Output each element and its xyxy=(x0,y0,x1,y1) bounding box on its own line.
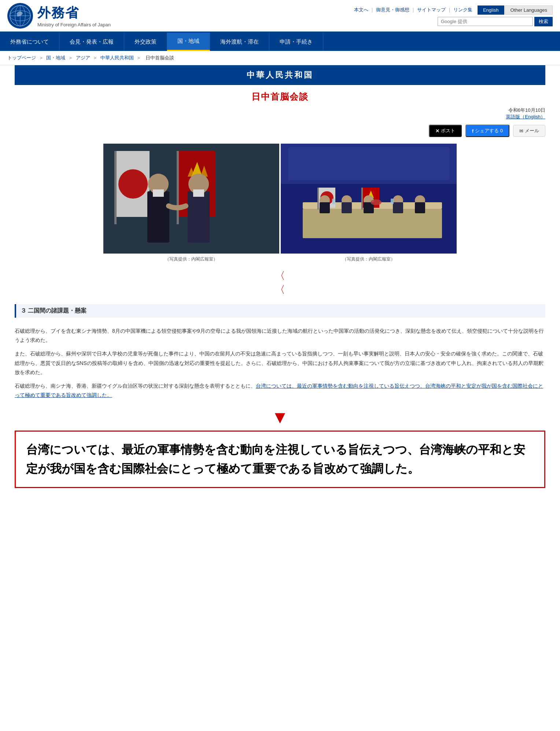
photo-right-image xyxy=(281,144,457,254)
header-right: 本文へ ｜ 御意見・御感想 ｜ サイトマップ ｜ リンク集 English Ot… xyxy=(354,5,553,26)
photo-left-image xyxy=(103,144,279,254)
nav-item-region[interactable]: 国・地域 xyxy=(167,33,210,51)
highlight-taiwan: 台湾については、最近の軍事情勢を含む動向を注視している旨伝えつつ、台湾海峡の平和… xyxy=(15,383,543,398)
divider-swirl: 〈 〈 xyxy=(0,267,560,298)
logo-emblem xyxy=(7,3,33,29)
breadcrumb-asia[interactable]: アジア xyxy=(76,55,90,60)
breadcrumb-current: 日中首脳会談 xyxy=(145,55,174,60)
nav-item-travel[interactable]: 海外渡航・滞在 xyxy=(210,33,269,51)
share-button[interactable]: f シェアする 0 xyxy=(465,125,509,137)
fb-icon: f xyxy=(472,128,474,134)
logo-en: Ministry of Foreign Affairs of Japan xyxy=(37,22,111,27)
lang-other-button[interactable]: Other Languages xyxy=(505,5,553,15)
breadcrumb-region[interactable]: 国・地域 xyxy=(46,55,65,60)
link-goiken[interactable]: 御意見・御感想 xyxy=(376,7,409,13)
nav-item-press[interactable]: 会見・発表・広報 xyxy=(59,33,124,51)
header-top-links: 本文へ ｜ 御意見・御感想 ｜ サイトマップ ｜ リンク集 English Ot… xyxy=(354,5,553,15)
logo-svg xyxy=(9,5,31,27)
page-title: 日中首脳会談 xyxy=(7,91,553,103)
english-link[interactable]: 英語版（English） xyxy=(506,114,545,119)
link-sitemap[interactable]: サイトマップ xyxy=(417,7,446,13)
nav-bar: 外務省について 会見・発表・広報 外交政策 国・地域 海外渡航・滞在 申請・手続… xyxy=(0,33,560,51)
photo-left-box: （写真提供：内閣広報室） xyxy=(103,144,279,264)
section-heading-text: ３ 二国間の諸課題・懸案 xyxy=(21,307,86,314)
photos-row: （写真提供：内閣広報室） xyxy=(0,140,560,267)
red-arrow: ▼ xyxy=(0,407,560,428)
photo-left-caption: （写真提供：内閣広報室） xyxy=(103,255,279,264)
header: 外務省 Ministry of Foreign Affairs of Japan… xyxy=(0,0,560,33)
breadcrumb: トップページ ＞ 国・地域 ＞ アジア ＞ 中華人民共和国 ＞ 日中首脳会談 xyxy=(0,51,560,65)
lang-buttons: English Other Languages xyxy=(478,5,553,15)
search-input[interactable] xyxy=(438,17,533,26)
mail-label: メール xyxy=(525,128,539,134)
search-button[interactable]: 検索 xyxy=(534,17,553,26)
nav-item-ministry[interactable]: 外務省について xyxy=(0,33,59,51)
post-button[interactable]: ✕ ポスト xyxy=(429,125,462,137)
header-left: 外務省 Ministry of Foreign Affairs of Japan xyxy=(7,3,111,29)
link-rinkushu[interactable]: リンク集 xyxy=(453,7,472,13)
breadcrumb-china[interactable]: 中華人民共和国 xyxy=(100,55,134,60)
photo-right-box: （写真提供：内閣広報室） xyxy=(281,144,457,264)
country-title: 中華人民共和国 xyxy=(19,70,541,81)
link-honbun[interactable]: 本文へ xyxy=(354,7,368,13)
nav-item-policy[interactable]: 外交政策 xyxy=(124,33,167,51)
photo-right-caption: （写真提供：内閣広報室） xyxy=(281,255,457,264)
body-paragraph-2: また、石破総理から、蘇州や深圳で日本人学校の児童等が死傷した事件により、中国の在… xyxy=(15,349,545,377)
mail-button[interactable]: ✉ メール xyxy=(513,125,545,137)
body-paragraph-1: 石破総理から、ブイを含む東シナ海情勢、8月の中国軍機による領空侵犯事案や9月の空… xyxy=(15,326,545,345)
body-paragraph-3: 石破総理から、南シナ海、香港、新疆ウイグル自治区等の状況に対する深刻な懸念を表明… xyxy=(15,381,545,400)
callout-box: 台湾については、最近の軍事情勢を含む動向を注視している旨伝えつつ、台湾海峡の平和… xyxy=(15,431,545,488)
country-section: 中華人民共和国 xyxy=(7,65,553,85)
page-title-section: 日中首脳会談 xyxy=(0,85,560,106)
post-label: ポスト xyxy=(441,128,455,134)
logo-text: 外務省 Ministry of Foreign Affairs of Japan xyxy=(37,4,111,27)
logo-kanji: 外務省 xyxy=(37,4,111,22)
date-text: 令和6年10月10日 xyxy=(508,107,545,113)
country-title-bar: 中華人民共和国 xyxy=(15,65,545,85)
svg-rect-46 xyxy=(281,144,457,254)
share-label: シェアする 0 xyxy=(475,128,503,134)
search-row: 検索 xyxy=(438,17,553,26)
nav-item-apply[interactable]: 申請・手続き xyxy=(269,33,323,51)
lang-english-button[interactable]: English xyxy=(478,5,504,15)
breadcrumb-top[interactable]: トップページ xyxy=(7,55,36,60)
svg-rect-21 xyxy=(103,144,279,254)
callout-text: 台湾については、最近の軍事情勢を含む動向を注視している旨伝えつつ、台湾海峡の平和… xyxy=(26,440,534,478)
body-text: 石破総理から、ブイを含む東シナ海情勢、8月の中国軍機による領空侵犯事案や9月の空… xyxy=(0,324,560,407)
date-row: 令和6年10月10日 英語版（English） xyxy=(0,106,560,122)
social-row: ✕ ポスト f シェアする 0 ✉ メール xyxy=(0,122,560,140)
mail-icon: ✉ xyxy=(519,128,523,134)
x-icon: ✕ xyxy=(435,128,439,134)
section-heading: ３ 二国間の諸課題・懸案 xyxy=(15,304,545,318)
